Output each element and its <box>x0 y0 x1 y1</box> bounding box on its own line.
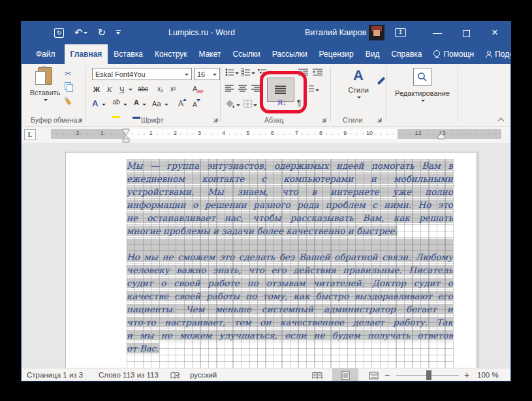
bullets-button[interactable] <box>225 68 239 78</box>
align-right-button[interactable] <box>251 85 260 93</box>
shrink-font-button[interactable]: А <box>193 99 197 111</box>
print-layout-button[interactable] <box>332 368 358 381</box>
text-line[interactable]: пациенты. Чем меньше системный администр… <box>127 304 453 317</box>
underline-caret-icon[interactable] <box>129 89 133 93</box>
text-line[interactable]: что-то настраивает, тем он качественнее … <box>127 317 453 330</box>
styles-gallery-button[interactable]: А Стили <box>335 68 382 102</box>
text-line[interactable]: устройствами. Мы знаем, что в интернете … <box>127 186 453 200</box>
save-icon[interactable]: ↻ <box>54 28 64 38</box>
first-line-indent-marker[interactable] <box>122 128 130 143</box>
tab-рассылки[interactable]: Рассылки <box>266 44 313 64</box>
tab-вставка[interactable]: Вставка <box>108 44 149 64</box>
proofing-icon[interactable] <box>170 371 180 381</box>
numbering-icon <box>242 68 251 76</box>
horizontal-ruler[interactable]: 21123456789101213 <box>51 129 501 139</box>
change-case-caret-icon[interactable] <box>164 104 168 108</box>
text-effects-button[interactable]: А <box>92 98 98 110</box>
text-line[interactable]: судит о своей работе по отзывам читателе… <box>127 278 453 291</box>
minimize-button[interactable]: — <box>428 21 447 44</box>
text-line[interactable]: не останавливает нас, чтобы рассказывать… <box>127 213 453 226</box>
underline-button[interactable]: Ч <box>119 83 124 95</box>
font-color-caret-icon[interactable] <box>142 104 146 108</box>
tab-вид[interactable]: Вид <box>360 44 386 64</box>
maximize-button[interactable] <box>456 21 476 44</box>
grow-font-button[interactable]: А <box>178 98 183 110</box>
text-line[interactable]: ежедневном контакте с компьютерами и моб… <box>127 173 453 186</box>
copy-button[interactable] <box>65 82 71 91</box>
status-word-count[interactable]: Слово 113 из 113 <box>99 368 159 381</box>
close-button[interactable]: × <box>485 21 505 44</box>
format-painter-button[interactable] <box>66 97 69 106</box>
text-line[interactable]: от Вас. <box>127 343 453 356</box>
tab-selector[interactable]: L <box>24 129 36 140</box>
font-dialog-launcher-icon[interactable] <box>212 117 219 123</box>
zoom-slider-handle[interactable] <box>426 370 431 380</box>
quick-access-toolbar: ↻ ↶ ↻ <box>54 21 121 44</box>
align-left-button[interactable] <box>225 85 234 93</box>
status-language[interactable]: русский <box>190 368 217 381</box>
read-mode-button[interactable] <box>307 368 327 381</box>
web-layout-button[interactable] <box>364 368 383 381</box>
zoom-out-button[interactable]: − <box>384 368 390 381</box>
editing-button[interactable]: Редактирование <box>390 68 454 105</box>
right-indent-marker[interactable] <box>437 133 445 140</box>
tab-справка[interactable]: Справка <box>385 44 428 64</box>
shrink-arrow-icon <box>196 99 200 104</box>
font-size-combo[interactable]: 16 <box>194 68 220 80</box>
collapse-ribbon-button[interactable] <box>498 118 504 122</box>
text-line[interactable]: Но мы не сможем это сделать без Вашей об… <box>127 252 453 265</box>
text-line[interactable]: Мы — группа энтузиастов, одержимых идеей… <box>127 160 453 173</box>
blank-line[interactable] <box>127 239 453 252</box>
selected-text: от Вас. <box>127 343 159 353</box>
paragraph-dialog-launcher-icon[interactable] <box>321 117 327 123</box>
tab-help[interactable]: Помощн <box>428 44 480 64</box>
page[interactable]: Мы — группа энтузиастов, одержимых идеей… <box>65 152 477 368</box>
tab-макет[interactable]: Макет <box>193 44 227 64</box>
zoom-in-button[interactable]: + <box>464 368 469 381</box>
shading-button[interactable] <box>225 100 240 110</box>
increase-indent-button[interactable] <box>313 68 322 78</box>
paste-button[interactable]: Вставить <box>29 67 61 113</box>
avatar[interactable] <box>369 25 384 40</box>
change-case-button[interactable]: Аа <box>152 98 161 110</box>
text-line[interactable]: информации о решении разного рода пробле… <box>127 200 453 213</box>
styles-dialog-launcher-icon[interactable] <box>376 117 383 123</box>
italic-button[interactable]: К <box>107 83 112 95</box>
undo-button[interactable]: ↶ <box>74 27 87 38</box>
text-line[interactable]: многие проблемы и задачи более качествен… <box>127 226 453 239</box>
ribbon-display-options-icon[interactable]: ↥ <box>395 28 406 37</box>
bold-button[interactable]: Ж <box>93 83 100 95</box>
subscript-button[interactable]: x₂ <box>157 83 163 95</box>
document-area[interactable]: Мы — группа энтузиастов, одержимых идеей… <box>22 143 510 368</box>
clipboard-dialog-launcher-icon[interactable] <box>76 117 83 123</box>
ruler-text-area <box>127 129 398 139</box>
align-center-button[interactable] <box>238 85 247 93</box>
font-name-combo[interactable]: Eskal Font4You <box>92 68 192 80</box>
zoom-level[interactable]: 100 % <box>477 368 499 381</box>
status-page-count[interactable]: Страница 1 из 3 <box>27 368 83 381</box>
numbering-button[interactable] <box>242 68 255 78</box>
text-line[interactable]: качестве своей работы по тому, как быстр… <box>127 291 453 304</box>
clear-formatting-button[interactable]: А <box>193 83 197 95</box>
strikethrough-button[interactable]: abc <box>138 83 148 95</box>
tab-конструк[interactable]: Конструк <box>149 44 193 64</box>
text-line[interactable]: и мы не можем улучшаться, если не будем … <box>127 330 453 343</box>
tab-рецензир[interactable]: Рецензир <box>313 44 360 64</box>
cut-button[interactable]: ✂ <box>65 69 71 78</box>
font-color-button[interactable]: А <box>133 97 140 108</box>
highlight-caret-icon[interactable] <box>123 104 127 108</box>
tab-главная[interactable]: Главная <box>65 44 108 64</box>
text-effects-caret-icon[interactable] <box>102 104 106 108</box>
borders-button[interactable] <box>243 100 257 110</box>
highlight-button[interactable]: ab <box>112 97 120 108</box>
web-layout-icon <box>369 372 379 379</box>
superscript-button[interactable]: x² <box>170 83 176 95</box>
qat-customize-icon[interactable] <box>116 30 121 35</box>
user-name[interactable]: Виталий Каиров <box>305 21 366 44</box>
document-text[interactable]: Мы — группа энтузиастов, одержимых идеей… <box>127 160 453 356</box>
redo-icon[interactable]: ↻ <box>98 27 106 38</box>
share-button[interactable]: Поделиться <box>480 44 511 64</box>
tab-ссылки[interactable]: Ссылки <box>227 44 266 64</box>
text-line[interactable]: человеку важно знать, что его действия п… <box>127 265 453 278</box>
tab-file[interactable]: Файл <box>27 44 65 64</box>
